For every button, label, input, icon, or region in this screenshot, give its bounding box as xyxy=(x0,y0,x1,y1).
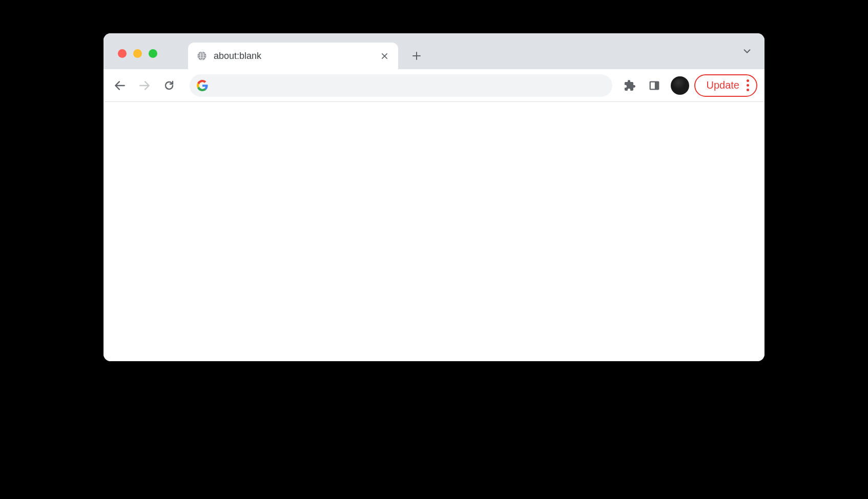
address-bar[interactable] xyxy=(190,74,612,97)
address-input[interactable] xyxy=(213,80,605,91)
window-controls xyxy=(109,49,162,69)
update-label: Update xyxy=(707,79,740,91)
tab-close-button[interactable] xyxy=(379,50,390,61)
side-panel-button[interactable] xyxy=(643,74,666,97)
browser-window: about:blank xyxy=(104,33,764,361)
svg-rect-3 xyxy=(654,81,658,89)
page-content xyxy=(104,102,764,361)
google-icon xyxy=(197,80,208,91)
forward-button[interactable] xyxy=(133,74,156,97)
browser-tab[interactable]: about:blank xyxy=(188,43,398,69)
reload-button[interactable] xyxy=(158,74,180,97)
tab-title: about:blank xyxy=(214,51,379,61)
tabs-dropdown-button[interactable] xyxy=(741,45,753,57)
profile-avatar[interactable] xyxy=(671,76,689,95)
window-close-button[interactable] xyxy=(118,49,127,58)
window-minimize-button[interactable] xyxy=(133,49,142,58)
globe-icon xyxy=(196,50,208,61)
tab-strip: about:blank xyxy=(104,33,764,69)
back-button[interactable] xyxy=(109,74,131,97)
new-tab-button[interactable] xyxy=(407,47,426,65)
extensions-button[interactable] xyxy=(618,74,641,97)
window-maximize-button[interactable] xyxy=(149,49,157,58)
update-button[interactable]: Update xyxy=(694,74,758,97)
more-menu-icon xyxy=(747,79,749,91)
toolbar: Update xyxy=(104,69,764,102)
